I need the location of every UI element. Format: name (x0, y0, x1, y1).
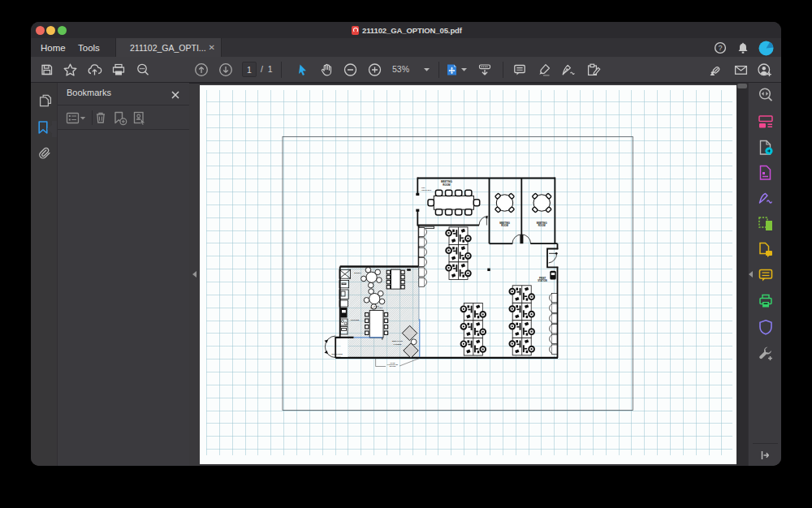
svg-text:STATION: STATION (538, 278, 546, 282)
svg-text:ROOM: ROOM (538, 224, 546, 227)
svg-text:ROOM: ROOM (501, 224, 508, 227)
svg-text:HEIGHT WALL: HEIGHT WALL (421, 188, 432, 190)
svg-text:ENTRANCE: ENTRANCE (332, 353, 343, 355)
svg-text:LOUNGE: LOUNGE (394, 342, 402, 344)
svg-text:DR OPTN: DR OPTN (390, 365, 396, 367)
svg-text:?: ? (718, 44, 722, 52)
svg-text:WORKING TABLE: WORKING TABLE (370, 307, 383, 308)
svg-text:BREAKOUT: BREAKOUT (392, 340, 404, 342)
svg-text:ROOM: ROOM (443, 183, 451, 186)
svg-text:KITCHEN: KITCHEN (351, 319, 360, 321)
svg-text:BODEGA: BODEGA (354, 272, 361, 273)
